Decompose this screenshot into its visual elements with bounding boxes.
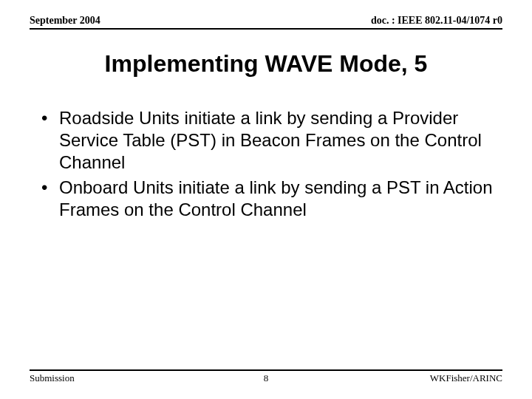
header-doc-id: doc. : IEEE 802.11-04/1074 r0	[371, 15, 502, 27]
list-item: Roadside Units initiate a link by sendin…	[38, 107, 497, 174]
header-date: September 2004	[30, 15, 100, 27]
bullet-list: Roadside Units initiate a link by sendin…	[38, 107, 497, 221]
slide-title: Implementing WAVE Mode, 5	[30, 50, 502, 78]
slide-body: Roadside Units initiate a link by sendin…	[30, 107, 502, 364]
slide: September 2004 doc. : IEEE 802.11-04/107…	[0, 0, 532, 399]
list-item: Onboard Units initiate a link by sending…	[38, 177, 497, 221]
footer-row: Submission 8 WKFisher/ARINC	[30, 369, 502, 384]
footer-author: WKFisher/ARINC	[268, 372, 502, 384]
header-row: September 2004 doc. : IEEE 802.11-04/107…	[30, 15, 502, 30]
footer-left: Submission	[30, 372, 264, 384]
